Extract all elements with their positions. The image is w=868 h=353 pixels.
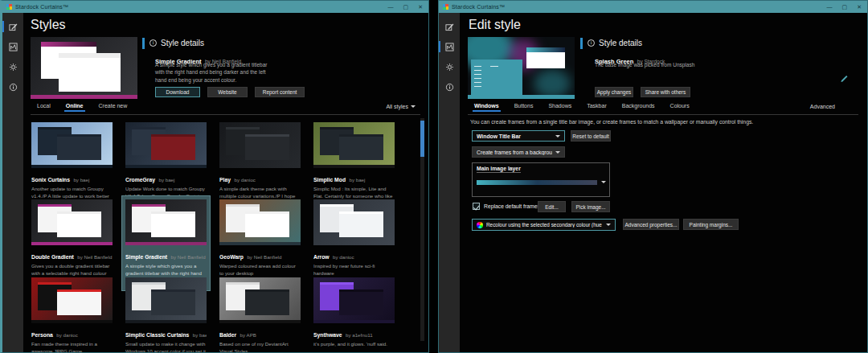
style-author: by danioc xyxy=(56,332,78,338)
tab-backgrounds[interactable]: Backgrounds xyxy=(622,103,655,112)
style-card[interactable]: GeoWarp by Neil Banfield Warped coloured… xyxy=(219,199,301,277)
gallery-scrollbar[interactable] xyxy=(420,118,424,341)
thumb-taskbar xyxy=(31,165,113,168)
edit-style-window: Stardock Curtains™ — ▢ ✕ xyxy=(438,0,868,353)
style-thumb xyxy=(31,277,113,323)
layer-gradient-preview xyxy=(477,180,597,185)
reset-to-default-button[interactable]: Reset to default xyxy=(571,130,611,142)
info-circle-icon: i xyxy=(588,39,595,47)
style-name: Persona xyxy=(31,332,53,338)
tab-colours[interactable]: Colours xyxy=(670,103,690,112)
thumb-front-window xyxy=(245,211,289,237)
app-logo-icon xyxy=(6,4,12,10)
thumb-taskbar xyxy=(219,242,301,245)
style-name: Balder xyxy=(219,332,236,338)
sidebar-item-settings[interactable] xyxy=(2,60,23,73)
style-author: by Neil Banfield xyxy=(77,254,112,260)
style-author: by baej xyxy=(73,177,89,183)
style-author: by baej xyxy=(193,332,207,338)
frame-source-dropdown[interactable]: Window Title Bar xyxy=(472,130,565,142)
style-name: Arrow xyxy=(313,254,330,260)
style-card[interactable]: CromeGray by baej Update Work done to ma… xyxy=(125,122,207,200)
style-author: by a1efnu11 xyxy=(346,332,373,338)
sidebar-item-edit-style[interactable] xyxy=(439,40,460,53)
style-name: GeoWarp xyxy=(219,254,244,260)
page-title: Edit style xyxy=(469,18,521,32)
image-layers-panel[interactable]: Main image layer xyxy=(472,162,610,197)
style-card[interactable]: Play by danioc A simple dark theme pack … xyxy=(219,122,301,200)
share-with-others-button[interactable]: Share with others xyxy=(641,87,690,97)
style-card[interactable]: Sonix Curtains by baej Another update to… xyxy=(31,122,113,200)
edit-style-icon xyxy=(9,43,18,51)
tab-windows[interactable]: Windows xyxy=(474,103,499,112)
thumb-front-window xyxy=(245,289,289,315)
style-name: Synthwave xyxy=(313,332,342,338)
style-thumb xyxy=(125,277,207,323)
style-thumb xyxy=(125,199,207,245)
style-desc: Warped coloured areas add colour to your… xyxy=(219,263,301,277)
sidebar-item-settings[interactable] xyxy=(439,60,460,73)
style-thumb xyxy=(219,199,301,245)
replace-default-frames-label: Replace default frames xyxy=(484,203,540,209)
pick-image-button[interactable]: Pick image... xyxy=(571,201,610,212)
edit-button[interactable]: Edit... xyxy=(538,201,566,212)
style-card[interactable]: Simplic Mod by baej Simplic Mod : Its si… xyxy=(313,122,395,200)
thumb-front-window xyxy=(57,289,101,315)
style-card[interactable]: Double Gradient by Neil Banfield Gives y… xyxy=(31,199,113,277)
sidebar-item-edit-style[interactable] xyxy=(2,40,23,53)
style-gallery: Sonix Curtains by baej Another update to… xyxy=(23,13,428,352)
style-author: by APB xyxy=(240,332,256,338)
color-wheel-icon xyxy=(477,222,483,228)
tab-taskbar[interactable]: Taskbar xyxy=(587,103,607,112)
style-author: by Neil Banfield xyxy=(171,254,206,260)
titlebar[interactable]: Stardock Curtains™ — ▢ ✕ xyxy=(439,1,867,13)
maximize-button[interactable]: ▢ xyxy=(403,1,409,13)
thumb-front-window xyxy=(57,211,101,237)
close-button[interactable]: ✕ xyxy=(857,1,862,13)
edit-pencil-icon[interactable] xyxy=(839,72,850,83)
create-frames-dropdown[interactable]: Create frames from a background xyxy=(472,146,565,158)
style-card[interactable]: Balder by APB Based on one of my Deviant… xyxy=(219,277,301,352)
maximize-button[interactable]: ▢ xyxy=(842,1,848,13)
thumb-taskbar xyxy=(313,320,395,323)
thumb-taskbar xyxy=(31,242,113,245)
close-button[interactable]: ✕ xyxy=(418,1,423,13)
style-desc: Simplic Mod : Its simple, Lite and Flat.… xyxy=(313,186,395,200)
minimize-button[interactable]: — xyxy=(827,1,833,13)
gear-icon xyxy=(445,63,454,72)
advanced-properties-button[interactable]: Advanced properties... xyxy=(623,219,679,230)
scrollbar-thumb[interactable] xyxy=(420,121,424,157)
recolour-mode-dropdown[interactable]: Recolour using the selected secondary co… xyxy=(472,219,616,231)
style-description: The base image was picked from Unsplash xyxy=(595,61,755,68)
minimize-button[interactable]: — xyxy=(388,1,394,13)
style-desc: A simple dark theme pack with multiple c… xyxy=(219,186,301,200)
style-card[interactable]: Simple Gradient by Neil Banfield A simpl… xyxy=(122,196,210,290)
titlebar[interactable]: Stardock Curtains™ — ▢ ✕ xyxy=(2,1,428,13)
thumb-taskbar xyxy=(313,165,395,168)
style-card[interactable]: Arrow by danioc Inspired by near future … xyxy=(313,199,395,277)
layer-name: Main image layer xyxy=(477,166,521,173)
style-card[interactable]: Persona by danioc Fan made theme inspire… xyxy=(31,277,113,352)
style-author: by baej xyxy=(349,177,365,183)
sidebar-item-styles[interactable] xyxy=(2,20,23,33)
sidebar-item-about[interactable] xyxy=(2,80,23,93)
sidebar-item-about[interactable] xyxy=(439,80,460,93)
tab-advanced[interactable]: Advanced xyxy=(810,104,835,109)
app-logo-icon xyxy=(443,4,448,10)
style-card[interactable]: Synthwave by a1efnu11 it's purple, and i… xyxy=(313,277,395,348)
style-card[interactable]: Simplic Classic Curtains by baej Small u… xyxy=(125,277,207,352)
style-author: by danioc xyxy=(333,254,354,260)
chevron-down-icon xyxy=(606,224,611,226)
thumb-taskbar xyxy=(125,242,207,245)
frames-intro-text: You can create frames from a single titl… xyxy=(470,119,848,125)
tabs-separator xyxy=(468,114,858,115)
sidebar-item-styles[interactable] xyxy=(439,20,460,33)
painting-margins-button[interactable]: Painting margins... xyxy=(683,219,739,230)
apply-changes-button[interactable]: Apply changes xyxy=(595,87,633,97)
tab-buttons[interactable]: Buttons xyxy=(514,103,534,112)
details-accent-bar xyxy=(580,38,583,49)
tab-shadows[interactable]: Shadows xyxy=(548,103,571,112)
edit-style-icon xyxy=(445,43,454,51)
style-author: by Neil Banfield xyxy=(247,254,281,260)
replace-default-frames-checkbox[interactable] xyxy=(473,203,480,210)
